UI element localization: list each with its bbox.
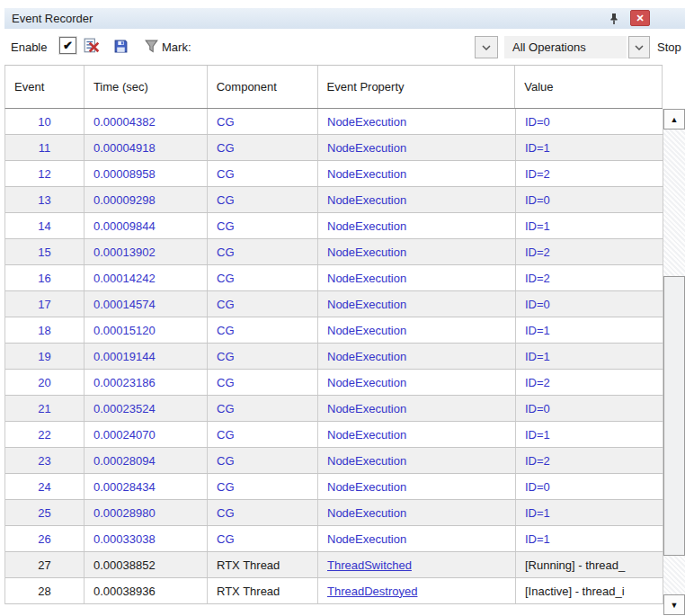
event-property-link[interactable]: ThreadDestroyed [327, 585, 417, 598]
cell-property: NodeExecution [318, 187, 516, 212]
cell-value: ID=2 [516, 239, 663, 264]
column-header-event-property[interactable]: Event Property [318, 66, 516, 108]
cell-time: 0.00019144 [85, 344, 208, 369]
cell-value: ID=2 [516, 448, 663, 473]
table-row[interactable]: 250.00028980CGNodeExecutionID=1 [5, 500, 663, 526]
table-row[interactable]: 100.00004382CGNodeExecutionID=0 [5, 109, 663, 135]
table-row[interactable]: 120.00008958CGNodeExecutionID=2 [5, 161, 663, 187]
scrollbar-thumb[interactable] [663, 276, 685, 556]
cell-property: NodeExecution [318, 500, 516, 525]
cell-value: ID=1 [516, 344, 663, 369]
cell-property: NodeExecution [318, 448, 516, 473]
cell-event: 12 [5, 161, 85, 186]
cell-time: 0.00004918 [85, 135, 208, 160]
table-row[interactable]: 140.00009844CGNodeExecutionID=1 [5, 213, 663, 239]
cell-time: 0.00024070 [85, 422, 208, 447]
cell-event: 26 [5, 526, 85, 551]
table-row[interactable]: 260.00033038CGNodeExecutionID=1 [5, 526, 663, 552]
cell-value: [Running] - thread_ [516, 552, 663, 577]
scroll-up-button[interactable]: ▲ [663, 109, 685, 129]
column-header-event[interactable]: Event [5, 66, 85, 108]
cell-property: NodeExecution [318, 109, 516, 134]
cell-value: ID=2 [516, 265, 663, 290]
scroll-up-icon: ▲ [671, 115, 679, 124]
cell-time: 0.00023186 [85, 370, 208, 395]
cell-property: NodeExecution [318, 370, 516, 395]
table-row[interactable]: 190.00019144CGNodeExecutionID=1 [5, 344, 663, 370]
toolbar: Enable ✔ Mark: All Operatio [0, 29, 685, 65]
cell-event: 17 [5, 291, 85, 317]
cell-component: CG [208, 161, 318, 186]
mark-input[interactable] [200, 36, 473, 58]
panel-titlebar[interactable]: Event Recorder ✕ [4, 8, 685, 29]
cell-event: 27 [5, 552, 85, 577]
table-row[interactable]: 170.00014574CGNodeExecutionID=0 [5, 291, 663, 317]
clear-events-icon [84, 38, 100, 54]
check-icon: ✔ [63, 39, 73, 52]
cell-event: 22 [5, 422, 85, 447]
vertical-scrollbar[interactable]: ▲ ▼ [663, 109, 685, 615]
cell-component: CG [208, 135, 318, 160]
cell-event: 16 [5, 265, 85, 290]
cell-time: 0.00009844 [85, 213, 208, 238]
cell-time: 0.00004382 [85, 109, 208, 134]
cell-property: NodeExecution [318, 317, 516, 343]
column-header-time[interactable]: Time (sec) [85, 66, 208, 108]
operations-dropdown[interactable]: All Operations [504, 36, 627, 58]
column-header-component[interactable]: Component [208, 66, 318, 108]
pin-icon[interactable] [605, 10, 623, 27]
close-icon[interactable]: ✕ [630, 10, 650, 26]
cell-component: CG [208, 448, 318, 473]
cell-event: 28 [5, 578, 85, 603]
cell-time: 0.00038852 [85, 552, 208, 577]
table-body: 100.00004382CGNodeExecutionID=0110.00004… [4, 109, 663, 604]
cell-property: NodeExecution [318, 239, 516, 264]
table-row[interactable]: 160.00014242CGNodeExecutionID=2 [5, 265, 663, 291]
save-icon [113, 39, 129, 54]
table-row[interactable]: 130.00009298CGNodeExecutionID=0 [5, 187, 663, 213]
pin-glyph [609, 13, 619, 25]
table-row[interactable]: 280.00038936RTX ThreadThreadDestroyed[In… [5, 578, 663, 604]
table-row[interactable]: 150.00013902CGNodeExecutionID=2 [5, 239, 663, 265]
cell-time: 0.00033038 [85, 526, 208, 551]
table-row[interactable]: 210.00023524CGNodeExecutionID=0 [5, 396, 663, 422]
cell-component: CG [208, 396, 318, 421]
table-row[interactable]: 200.00023186CGNodeExecutionID=2 [5, 370, 663, 396]
cell-value: ID=0 [516, 109, 663, 134]
table-row[interactable]: 270.00038852RTX ThreadThreadSwitched[Run… [5, 552, 663, 578]
column-header-value[interactable]: Value [515, 66, 663, 108]
table-row[interactable]: 240.00028434CGNodeExecutionID=0 [5, 474, 663, 500]
table-row[interactable]: 230.00028094CGNodeExecutionID=2 [5, 448, 663, 474]
cell-event: 15 [5, 239, 85, 264]
cell-time: 0.00028434 [85, 474, 208, 499]
cell-component: CG [208, 370, 318, 395]
cell-component: CG [208, 109, 318, 134]
event-property-link[interactable]: ThreadSwitched [327, 558, 412, 572]
cell-time: 0.00014242 [85, 265, 208, 290]
cell-component: CG [208, 213, 318, 238]
cell-event: 23 [5, 448, 85, 473]
cell-event: 20 [5, 370, 85, 395]
cell-component: CG [208, 317, 318, 343]
table-row[interactable]: 110.00004918CGNodeExecutionID=1 [5, 135, 663, 161]
operations-dropdown-button[interactable] [628, 36, 650, 58]
table-row[interactable]: 220.00024070CGNodeExecutionID=1 [5, 422, 663, 448]
cell-event: 11 [5, 135, 85, 160]
cell-value: ID=0 [516, 291, 663, 317]
mark-dropdown-button[interactable] [475, 36, 498, 58]
save-button[interactable] [111, 37, 129, 55]
cell-component: CG [208, 526, 318, 551]
cell-component: CG [208, 291, 318, 317]
cell-value: ID=0 [516, 396, 663, 421]
cell-event: 14 [5, 213, 85, 238]
cell-value: ID=1 [516, 135, 663, 160]
enable-checkbox[interactable]: ✔ [59, 37, 76, 54]
table-row[interactable]: 180.00015120CGNodeExecutionID=1 [5, 317, 663, 344]
stop-label[interactable]: Stop [657, 40, 685, 54]
cell-property: NodeExecution [318, 422, 516, 447]
scroll-down-button[interactable]: ▼ [663, 594, 685, 615]
clear-events-button[interactable] [83, 37, 101, 55]
filter-button[interactable] [142, 37, 160, 55]
cell-event: 24 [5, 474, 85, 499]
cell-component: CG [208, 239, 318, 264]
